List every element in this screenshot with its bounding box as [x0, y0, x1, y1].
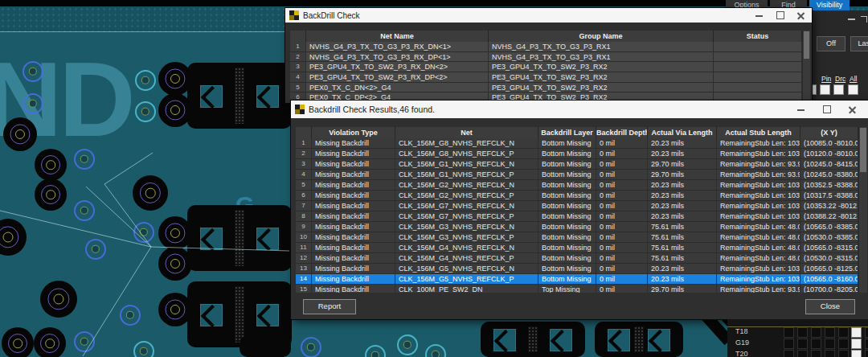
layer-checkbox[interactable]	[825, 350, 835, 357]
vertical-scrollbar[interactable]	[802, 31, 810, 103]
column-header[interactable]: Net Name	[306, 31, 489, 42]
column-header[interactable]: Net	[395, 127, 538, 138]
row-number: 9	[296, 222, 312, 232]
drc-checkbox[interactable]	[833, 84, 844, 95]
table-row[interactable]: 1Missing BackdrillCLK_156M_G8_NVHS_REFCL…	[296, 138, 858, 149]
panel-pin-icon[interactable]	[861, 16, 867, 23]
close-icon[interactable]	[842, 101, 868, 118]
report-button[interactable]: Report	[303, 299, 356, 314]
visibility-last-button[interactable]: Last	[850, 36, 868, 51]
layer-checkbox[interactable]	[838, 327, 849, 338]
table-row-selected[interactable]: 14Missing BackdrillCLK_156M_G5_NVHS_REFC…	[296, 274, 858, 285]
row-number-header[interactable]	[290, 31, 306, 42]
layer-checkbox[interactable]	[865, 327, 868, 338]
table-row[interactable]: 4PE3_GPU4_TX_TO_SW2_P3_RX_DP<2>PE3_GPU4_…	[290, 72, 802, 83]
cell: 0 mil	[596, 253, 648, 263]
table-row[interactable]: 12Missing BackdrillCLK_156M_G4_NVHS_REFC…	[296, 253, 858, 264]
column-header[interactable]: Actual Stub Length	[717, 127, 800, 138]
cell: 75.61 mils	[648, 243, 717, 252]
cell: RemainingStub Len: 103.42 mils	[717, 149, 800, 158]
table-row[interactable]: 1NVHS_G4_P3_TX_TO_G3_P3_RX_DN<1>NVHS_G4_…	[290, 42, 802, 52]
cell: Bottom Missing	[538, 232, 596, 242]
table-row[interactable]: 6Missing BackdrillCLK_156M_G2_NVHS_REFCL…	[296, 191, 858, 201]
layer-checkbox[interactable]	[811, 327, 821, 338]
layer-checkbox[interactable]	[797, 350, 808, 357]
column-header[interactable]: Status	[714, 31, 802, 42]
table-row[interactable]: 10Missing BackdrillCLK_156M_G3_NVHS_REFC…	[296, 232, 858, 243]
column-header[interactable]: Violation Type	[312, 127, 395, 138]
column-header[interactable]: (X Y)	[800, 127, 858, 138]
layer-checkbox[interactable]	[865, 350, 868, 357]
table-row[interactable]: 3Missing BackdrillCLK_156M_G1_NVHS_REFCL…	[296, 159, 858, 170]
table-row[interactable]: 3PE3_GPU4_TX_TO_SW2_P3_RX_DN<2>PE3_GPU4_…	[290, 62, 802, 72]
cell: 0 mil	[596, 180, 648, 190]
layer-checkbox[interactable]	[797, 339, 808, 349]
cell: 0 mil	[596, 138, 648, 148]
table-row[interactable]: 2NVHS_G4_P3_TX_TO_G3_P3_RX_DP<1>NVHS_G4_…	[290, 52, 802, 63]
cell: NVHS_G4_P3_TX_TO_G3_P3_RX1	[489, 42, 714, 51]
cell: CLK_156M_G1_NVHS_REFCLK_P	[395, 170, 538, 179]
row-number: 10	[296, 232, 312, 242]
layer-checkbox[interactable]	[811, 350, 821, 357]
layer-checkbox[interactable]	[811, 339, 821, 349]
vertical-scrollbar[interactable]	[858, 127, 867, 293]
column-header-all[interactable]: All	[850, 75, 857, 83]
table-row[interactable]: 7Missing BackdrillCLK_156M_G7_NVHS_REFCL…	[296, 201, 858, 211]
minimize-icon[interactable]	[791, 101, 817, 118]
table-row[interactable]: 5PEX0_TX_C_DN<2>_G4PE3_GPU4_TX_TO_SW2_P3…	[290, 83, 802, 93]
row-number: 8	[296, 211, 312, 221]
maximize-icon[interactable]	[817, 101, 842, 118]
row-number-header[interactable]	[296, 127, 312, 138]
layer-checkbox[interactable]	[825, 327, 835, 338]
column-header[interactable]: Backdrill Depth	[596, 127, 648, 138]
table-row[interactable]: 5Missing BackdrillCLK_156M_G2_NVHS_REFCL…	[296, 180, 858, 191]
cell: Bottom Missing	[538, 211, 596, 221]
maximize-icon[interactable]	[770, 8, 791, 23]
pin-checkbox[interactable]	[820, 84, 830, 95]
table-row[interactable]: 13Missing BackdrillCLK_156M_G5_NVHS_REFC…	[296, 264, 858, 274]
table-row[interactable]: 11Missing BackdrillCLK_156M_G4_NVHS_REFC…	[296, 243, 858, 253]
table-row[interactable]: 8Missing BackdrillCLK_156M_G7_NVHS_REFCL…	[296, 211, 858, 222]
cell: Missing Backdrill	[312, 222, 395, 232]
visibility-off-button[interactable]: Off	[817, 36, 845, 51]
close-button[interactable]: Close	[805, 299, 855, 314]
dialog-titlebar[interactable]: Backdrill Check Results,46 found.	[291, 101, 868, 118]
table-row[interactable]: 15Missing BackdrillCLK_100M_PE_SW2_DNTop…	[296, 285, 858, 293]
layer-checkbox[interactable]	[797, 327, 808, 338]
panel-minimize-icon[interactable]	[848, 18, 855, 20]
layer-checkbox[interactable]	[851, 339, 862, 349]
row-number: 7	[296, 201, 312, 211]
cell: (10565.0 -8315.0)	[800, 243, 858, 252]
cell: Missing Backdrill	[312, 253, 395, 263]
table-row[interactable]: 2Missing BackdrillCLK_156M_G8_NVHS_REFCL…	[296, 149, 858, 159]
layer-checkbox[interactable]	[825, 339, 835, 349]
cell: PE3_GPU4_TX_TO_SW2_P3_RX2	[489, 72, 714, 82]
layer-checkbox[interactable]	[784, 339, 794, 349]
layer-checkbox[interactable]	[851, 327, 862, 338]
cell: RemainingStub Len: 93.95 mils	[717, 159, 800, 169]
cell: PE3_GPU4_TX_TO_SW2_P3_RX_DP<2>	[306, 72, 489, 82]
column-header-drc[interactable]: Drc	[835, 75, 845, 83]
layer-checkbox[interactable]	[784, 327, 794, 338]
layer-checkbox[interactable]	[838, 350, 849, 357]
column-header[interactable]: Actual Via Length	[648, 127, 717, 138]
layer-checkbox[interactable]	[851, 350, 862, 357]
minimize-icon[interactable]	[749, 8, 770, 23]
column-header-pin[interactable]: Pin	[821, 75, 831, 83]
table-row[interactable]: 9Missing BackdrillCLK_156M_G3_NVHS_REFCL…	[296, 222, 858, 232]
cell: Bottom Missing	[538, 222, 596, 232]
layer-checkbox[interactable]	[784, 350, 794, 357]
tab-visibility[interactable]: Visibility	[809, 0, 850, 10]
layer-checkbox[interactable]	[838, 339, 849, 349]
table-row[interactable]: 4Missing BackdrillCLK_156M_G1_NVHS_REFCL…	[296, 170, 858, 180]
cell: Missing Backdrill	[312, 138, 395, 148]
column-header[interactable]: Backdrill Layer	[538, 127, 596, 138]
layer-label: G19	[735, 339, 749, 347]
layer-checkbox[interactable]	[865, 339, 868, 349]
close-icon[interactable]	[791, 8, 812, 23]
cell: Bottom Missing	[538, 243, 596, 252]
cell: PEX0_TX_C_DN<2>_G4	[306, 83, 489, 92]
all-checkbox[interactable]	[848, 84, 858, 95]
column-header[interactable]: Group Name	[489, 31, 714, 42]
dialog-titlebar[interactable]: BackDrill Check	[285, 8, 812, 23]
